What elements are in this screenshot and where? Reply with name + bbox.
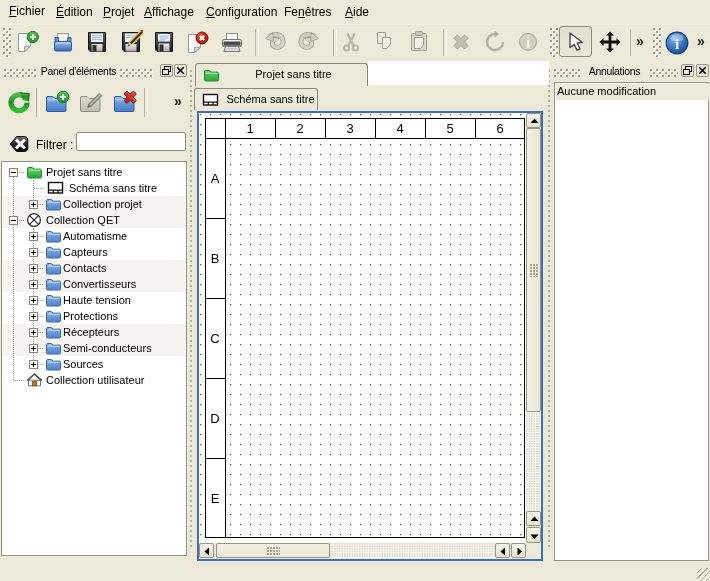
- svg-text:C: C: [210, 331, 219, 346]
- svg-text:i: i: [675, 35, 680, 52]
- svg-text:2: 2: [296, 121, 303, 136]
- svg-text:1: 1: [246, 121, 253, 136]
- svg-text:D: D: [210, 411, 219, 426]
- svg-text:A: A: [211, 171, 220, 186]
- svg-text:5: 5: [446, 121, 453, 136]
- svg-text:6: 6: [496, 121, 503, 136]
- svg-text:4: 4: [396, 121, 403, 136]
- svg-text:E: E: [211, 491, 220, 506]
- svg-text:B: B: [211, 251, 220, 266]
- svg-text:3: 3: [346, 121, 353, 136]
